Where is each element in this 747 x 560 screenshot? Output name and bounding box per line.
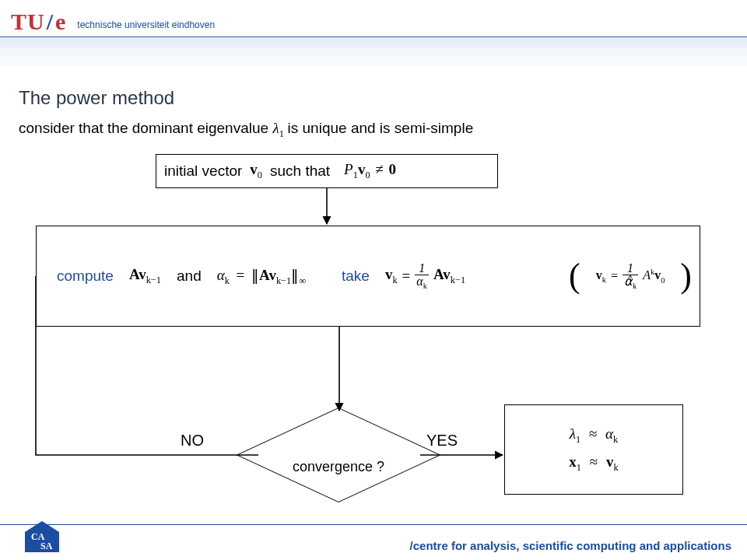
premise-pre: consider that the dominant eigenvalue bbox=[19, 120, 268, 136]
alpha-def: αk = ‖Avk−1‖∞ bbox=[217, 266, 306, 287]
initial-pre: initial vector bbox=[164, 163, 242, 180]
tue-logo: TU/e bbox=[11, 9, 66, 35]
footer: CA SA /centre for analysis, scientific c… bbox=[0, 524, 747, 560]
paren-close: ) bbox=[680, 259, 692, 293]
logo-tu: TU bbox=[11, 9, 45, 35]
frac-1-over-alpha: 1 αk bbox=[415, 262, 429, 291]
logo-slash: / bbox=[47, 9, 54, 35]
decision-diamond: convergence ? bbox=[257, 412, 420, 498]
header: TU/e technische universiteit eindhoven bbox=[0, 0, 747, 37]
casa-logo: CA SA bbox=[20, 520, 64, 554]
premise-post: is unique and is semi-simple bbox=[288, 120, 474, 136]
diamond-shape bbox=[236, 408, 440, 502]
footer-center-text: /centre for analysis, scientific computi… bbox=[410, 539, 731, 552]
frac-1-over-alphahat: 1 α̂k bbox=[622, 262, 638, 291]
initial-vector-box: initial vector v0 such that P1v0 ≠ 0 bbox=[156, 154, 498, 188]
initial-post: such that bbox=[270, 163, 330, 180]
v0-symbol: v0 bbox=[250, 161, 262, 181]
paren-open: ( bbox=[569, 259, 580, 293]
result-box: λ1 ≈ αk x1 ≈ vk bbox=[504, 404, 683, 495]
and-word: and bbox=[177, 268, 202, 285]
header-gradient bbox=[0, 38, 747, 75]
university-name: technische universiteit eindhoven bbox=[77, 19, 215, 30]
initial-condition: P1v0 ≠ 0 bbox=[344, 161, 396, 181]
vk-closed-form: vk = 1 α̂k Akv0 bbox=[596, 262, 665, 291]
lambda1-symbol: λ1 bbox=[272, 120, 287, 136]
compute-box: compute Avk−1 and αk = ‖Avk−1‖∞ take vk … bbox=[36, 226, 700, 327]
yes-label: YES bbox=[426, 432, 458, 450]
compute-word: compute bbox=[57, 268, 114, 285]
no-label: NO bbox=[181, 432, 204, 450]
Avk1: Avk−1 bbox=[129, 266, 161, 286]
x-approx: x1 ≈ vk bbox=[569, 453, 618, 474]
decision-label: convergence ? bbox=[257, 459, 420, 475]
vk-def: vk = 1 αk Avk−1 bbox=[385, 262, 465, 291]
logo-e: e bbox=[55, 9, 66, 35]
take-word: take bbox=[342, 268, 370, 285]
svg-text:SA: SA bbox=[40, 541, 53, 551]
premise-line: consider that the dominant eigenvalue λ1… bbox=[19, 120, 473, 140]
lambda-approx: λ1 ≈ αk bbox=[570, 425, 619, 446]
slide-title: The power method bbox=[19, 87, 174, 109]
